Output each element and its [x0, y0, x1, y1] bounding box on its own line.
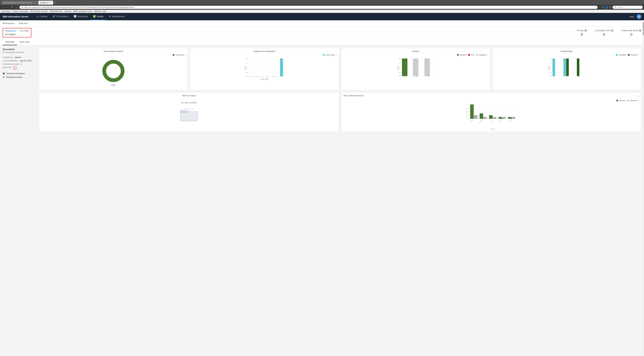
low-quality-stat: Low quality score i 0	[595, 29, 614, 37]
svg-text:0.5: 0.5	[550, 72, 552, 73]
top5-svg: 8 6 4 2 0	[343, 103, 639, 130]
donut-container: 100%	[41, 57, 186, 88]
analysis-legend: Analyzed Error Outdated +	[343, 54, 488, 56]
bookmark-ibm-box[interactable]: IBM Box Login	[94, 10, 106, 12]
nav-buttons: ← → ↻ ⌂	[1, 5, 18, 9]
svg-text:Data sets: Data sets	[244, 65, 246, 70]
tab-quality[interactable]: Quality UI ✕	[38, 1, 53, 5]
nav-connections[interactable]: 🔗 Connections	[50, 13, 71, 20]
breadcrumb-workspaces[interactable]: Workspaces	[5, 30, 16, 32]
browser-chrome: IBM InfoSphere Information Server... ✕ Q…	[0, 0, 644, 13]
score-range-legend-dot	[323, 54, 325, 56]
tab-ibm[interactable]: IBM InfoSphere Information Server... ✕	[1, 1, 38, 5]
critical-info-icon[interactable]: i	[639, 29, 641, 32]
svg-text:0-10: 0-10	[248, 76, 250, 77]
reload-button[interactable]: ↻	[10, 5, 14, 9]
menu-icon[interactable]: ☰	[609, 6, 611, 9]
user-avatar[interactable]: AI	[637, 14, 641, 19]
nav-management[interactable]: 🖥 Management	[106, 13, 127, 20]
bottom-row: Rule run status No data available	[39, 92, 641, 132]
stats-row: PII data i 0 Low quality score i 0 Criti…	[577, 28, 641, 37]
bookmark-icon[interactable]: ⋯	[599, 6, 601, 9]
svg-text:Columns / Data sets: Columns / Data sets	[466, 108, 467, 117]
scrollbar-track[interactable]	[643, 22, 644, 356]
relationships-title: Relationships	[494, 50, 639, 53]
bookmark-launchpad[interactable]: Launchpad	[1, 10, 10, 12]
candidate-legend-dot	[616, 54, 618, 56]
last-mod-val: Aug 19, 2020	[20, 60, 32, 62]
relationships-plus[interactable]: +	[638, 54, 639, 56]
bookmark-reindex[interactable]: Reindex	[64, 10, 71, 12]
url-box[interactable]: 🔒 https://iis-ugstack.ibm.demo/ibm/iis/q…	[20, 6, 598, 9]
nav-management-label: Management	[112, 15, 125, 18]
connections-val[interactable]: 1	[20, 63, 22, 65]
top5-plus[interactable]: +	[638, 99, 639, 101]
svg-rect-61	[180, 111, 188, 113]
svg-rect-77	[480, 113, 483, 119]
bookmark-ibm-knowledge[interactable]: IBM Knowledge Center	[73, 10, 92, 12]
svg-text:0.0: 0.0	[246, 75, 248, 77]
sub-nav-datasets[interactable]: Data sets	[18, 20, 28, 27]
profile-icon[interactable]: 👤	[606, 6, 608, 9]
nav-monitoring[interactable]: 📊 Monitoring	[71, 13, 90, 20]
tab-overview[interactable]: Overview	[3, 39, 17, 45]
nav-catalog[interactable]: 🗂 Catalog	[34, 13, 50, 20]
tab-data-rules[interactable]: Data rules	[17, 39, 32, 45]
low-quality-value: 0	[595, 32, 614, 37]
low-quality-info-icon[interactable]: i	[611, 29, 613, 32]
svg-text:1.0: 1.0	[398, 67, 400, 68]
home-button[interactable]: ⌂	[14, 5, 18, 9]
top5-title: Top 5 selected classes	[343, 94, 364, 97]
pii-info-icon[interactable]: i	[584, 29, 587, 32]
nav-quality-label: Quality	[97, 15, 103, 18]
error-legend-label: Error	[471, 54, 474, 56]
top5-chart-area: 8 6 4 2 0	[343, 103, 639, 130]
sub-nav-workspaces[interactable]: Workspaces	[3, 20, 14, 27]
tab-ibm-close[interactable]: ✕	[35, 2, 36, 4]
export-icon[interactable]: ⬚	[637, 95, 639, 97]
svg-rect-75	[470, 104, 474, 119]
nav-quality[interactable]: ✅ Quality	[90, 13, 106, 20]
bookmark-hdp[interactable]: HDP Ambari Console	[30, 10, 48, 12]
back-button[interactable]: ←	[1, 5, 5, 9]
search-box[interactable]: 🔍 Search	[612, 6, 643, 9]
svg-text:1.5: 1.5	[550, 62, 552, 64]
svg-text:60-70: 60-70	[268, 76, 270, 77]
relationships-svg: 2.0 1.5 1.0 0.5 0.0	[494, 57, 639, 77]
no-data-area: No data available +	[41, 98, 337, 127]
content-area: Data quality threshold Conformed + 100%	[39, 48, 641, 132]
svg-rect-76	[474, 115, 478, 119]
conformed-plus[interactable]: +	[185, 54, 186, 56]
new-tab-button[interactable]: +	[54, 1, 56, 4]
rule-run-title: Rule run status	[41, 94, 337, 97]
analysis-plus[interactable]: +	[487, 54, 488, 56]
help-link[interactable]: Help	[630, 16, 634, 18]
svg-text:Data sets: Data sets	[548, 65, 550, 70]
bookmark-yarn[interactable]: YARN Web GUI	[50, 10, 62, 12]
tab-quality-close[interactable]: ✕	[50, 2, 51, 4]
critical-stat: Critical data issues i 0	[622, 29, 641, 37]
svg-rect-83	[508, 117, 512, 119]
charts-row: Data quality threshold Conformed + 100%	[39, 48, 641, 90]
page-content: Workspaces > JK Orders JK Orders PII dat…	[0, 27, 644, 356]
extensions-icon[interactable]: 🔧	[602, 6, 605, 9]
tab-quality-label: Quality UI	[40, 2, 48, 4]
description-title: Description	[3, 48, 36, 51]
top5-header: Top 5 selected classes ⬚	[343, 94, 639, 98]
svg-text:Text: Text	[490, 119, 492, 121]
folder-icon-area: + + .	[179, 107, 199, 123]
meta-created-by: Created by: isadmin	[3, 56, 36, 59]
svg-text:0.0: 0.0	[550, 75, 552, 77]
svg-text:1.0: 1.0	[550, 67, 552, 68]
bookmark-classic[interactable]: Classic Launchpad	[12, 10, 28, 12]
nav-catalog-label: Catalog	[40, 15, 47, 18]
datasets-val[interactable]: 2	[13, 66, 16, 70]
bookmarks-bar: Launchpad Classic Launchpad HDP Ambari C…	[0, 10, 644, 13]
scrollbar-thumb[interactable]	[643, 22, 644, 35]
pii-value: 0	[577, 32, 587, 37]
score-range-xlabel: Score range	[192, 78, 337, 80]
distribution-plus[interactable]: +	[336, 54, 337, 56]
forward-button[interactable]: →	[6, 5, 10, 9]
toolbar-icons: ⋯ 🔧 👤 ☰	[599, 6, 611, 9]
columns-legend-dot	[616, 100, 618, 101]
